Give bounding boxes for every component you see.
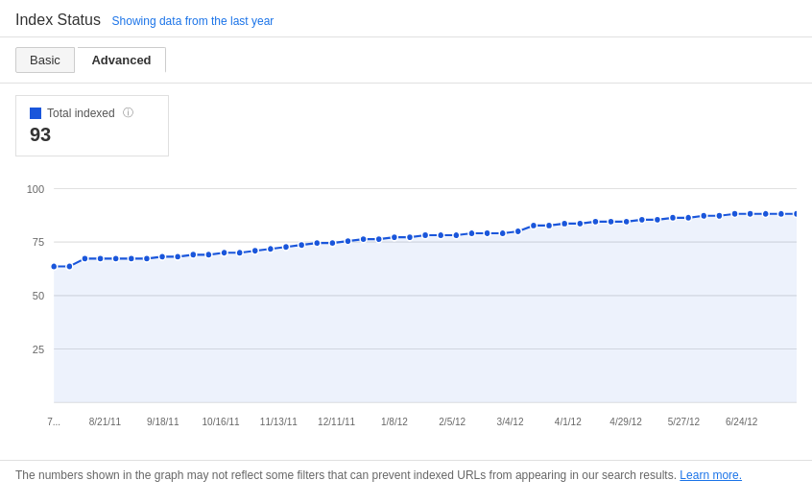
legend-help-icon[interactable]: ⓘ bbox=[123, 106, 133, 120]
svg-text:25: 25 bbox=[33, 344, 44, 355]
svg-point-55 bbox=[546, 222, 553, 229]
page-title: Index Status bbox=[15, 12, 101, 28]
svg-point-63 bbox=[670, 214, 677, 222]
svg-text:9/18/11: 9/18/11 bbox=[147, 417, 179, 427]
svg-point-30 bbox=[159, 253, 166, 261]
svg-point-58 bbox=[592, 218, 599, 226]
svg-point-67 bbox=[731, 210, 738, 218]
svg-point-28 bbox=[128, 255, 134, 263]
svg-point-46 bbox=[406, 233, 413, 241]
svg-point-40 bbox=[314, 239, 321, 247]
svg-point-65 bbox=[701, 212, 707, 220]
svg-point-41 bbox=[329, 239, 336, 247]
svg-point-59 bbox=[608, 218, 614, 226]
svg-point-39 bbox=[299, 241, 305, 249]
svg-point-53 bbox=[514, 228, 521, 235]
svg-point-49 bbox=[453, 231, 460, 239]
legend-row: Total indexed ⓘ bbox=[30, 106, 155, 120]
svg-point-70 bbox=[777, 210, 784, 218]
footer-note: The numbers shown in the graph may not r… bbox=[0, 460, 812, 492]
svg-point-68 bbox=[747, 210, 753, 218]
svg-text:7...: 7... bbox=[47, 417, 60, 427]
svg-point-64 bbox=[685, 214, 692, 222]
svg-text:100: 100 bbox=[27, 182, 44, 194]
svg-text:8/21/11: 8/21/11 bbox=[89, 417, 122, 427]
svg-point-27 bbox=[112, 255, 119, 263]
svg-point-56 bbox=[561, 220, 568, 228]
legend-color-swatch bbox=[30, 108, 41, 119]
svg-point-66 bbox=[716, 212, 723, 220]
page-header: Index Status Showing data from the last … bbox=[0, 0, 812, 37]
svg-point-38 bbox=[282, 243, 289, 251]
svg-point-29 bbox=[143, 255, 150, 263]
svg-point-26 bbox=[97, 255, 104, 263]
svg-point-44 bbox=[375, 235, 382, 243]
svg-text:3/4/12: 3/4/12 bbox=[497, 417, 524, 427]
svg-point-45 bbox=[391, 233, 397, 241]
svg-text:50: 50 bbox=[33, 290, 44, 301]
svg-point-43 bbox=[360, 235, 367, 243]
svg-point-32 bbox=[190, 252, 197, 259]
legend-box: Total indexed ⓘ 93 bbox=[15, 95, 169, 156]
svg-point-50 bbox=[468, 229, 475, 237]
svg-point-47 bbox=[422, 231, 429, 239]
svg-point-33 bbox=[205, 252, 212, 259]
svg-text:12/11/11: 12/11/11 bbox=[318, 417, 355, 427]
svg-text:4/29/12: 4/29/12 bbox=[609, 417, 642, 427]
svg-point-48 bbox=[438, 231, 444, 239]
svg-text:11/13/11: 11/13/11 bbox=[260, 417, 298, 427]
svg-point-23 bbox=[51, 263, 58, 271]
svg-text:1/8/12: 1/8/12 bbox=[381, 417, 408, 427]
svg-text:2/5/12: 2/5/12 bbox=[439, 417, 466, 427]
svg-point-35 bbox=[236, 250, 243, 257]
svg-point-24 bbox=[66, 263, 73, 271]
svg-text:10/16/11: 10/16/11 bbox=[203, 417, 240, 427]
svg-point-34 bbox=[221, 250, 227, 257]
svg-point-60 bbox=[623, 218, 630, 226]
svg-text:4/1/12: 4/1/12 bbox=[555, 417, 582, 427]
tab-basic[interactable]: Basic bbox=[15, 47, 75, 73]
svg-point-37 bbox=[267, 245, 274, 252]
svg-text:5/27/12: 5/27/12 bbox=[668, 417, 701, 427]
tab-bar: Basic Advanced bbox=[0, 37, 812, 84]
legend-label: Total indexed bbox=[47, 107, 115, 120]
svg-point-61 bbox=[638, 216, 645, 224]
svg-point-62 bbox=[654, 216, 660, 224]
tab-advanced[interactable]: Advanced bbox=[78, 47, 165, 73]
svg-point-31 bbox=[175, 253, 181, 261]
footer-note-text: The numbers shown in the graph may not r… bbox=[15, 468, 677, 482]
svg-point-36 bbox=[251, 248, 258, 255]
svg-text:75: 75 bbox=[33, 236, 44, 248]
svg-point-25 bbox=[82, 255, 88, 263]
svg-point-54 bbox=[530, 222, 537, 229]
footer-learn-more[interactable]: Learn more. bbox=[680, 468, 742, 482]
svg-point-52 bbox=[499, 229, 506, 237]
svg-text:6/24/12: 6/24/12 bbox=[726, 417, 758, 427]
chart-svg: 100 75 50 25 7... 8/21/11 9/18/11 10/16/… bbox=[15, 168, 797, 456]
svg-point-69 bbox=[762, 210, 769, 218]
svg-point-71 bbox=[793, 210, 797, 218]
svg-point-57 bbox=[577, 220, 584, 228]
svg-point-51 bbox=[484, 229, 490, 237]
chart-area: 100 75 50 25 7... 8/21/11 9/18/11 10/16/… bbox=[0, 168, 812, 456]
page-subtitle: Showing data from the last year bbox=[112, 14, 275, 28]
legend-value: 93 bbox=[30, 124, 155, 146]
chart-container: 100 75 50 25 7... 8/21/11 9/18/11 10/16/… bbox=[15, 168, 797, 456]
svg-point-42 bbox=[345, 237, 351, 245]
